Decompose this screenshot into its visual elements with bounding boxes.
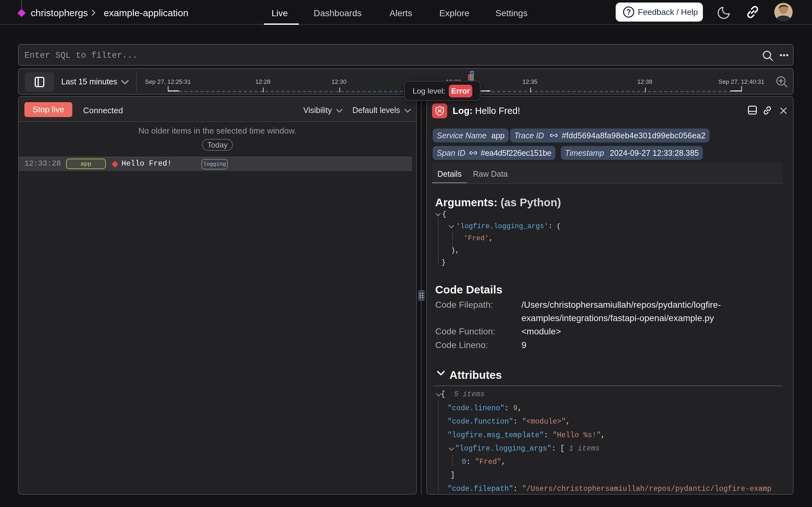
svg-text:?: ? (626, 8, 631, 16)
